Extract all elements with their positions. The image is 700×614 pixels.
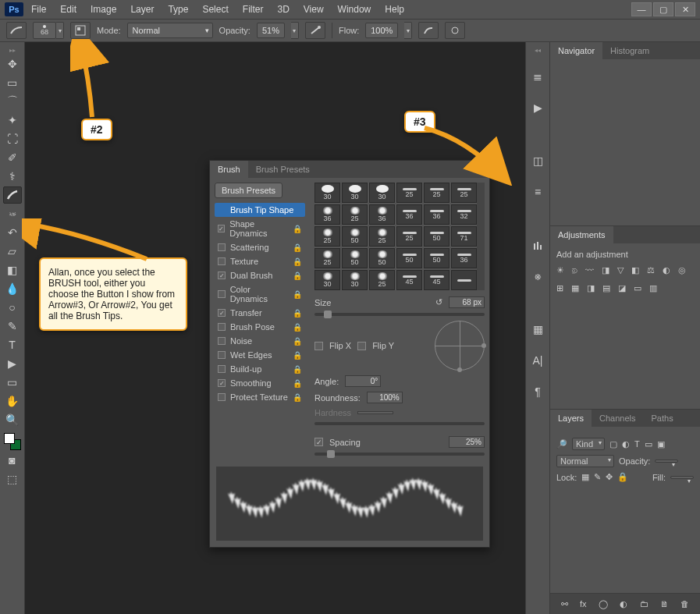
brush-preset-picker[interactable]: 68 [33,22,56,39]
marquee-tool[interactable]: ▭ [3,74,22,91]
mask-icon[interactable]: ◯ [599,599,608,609]
exposure-icon[interactable]: ◨ [602,265,609,275]
tip-scrollbar[interactable] [477,183,485,290]
opacity-dropdown[interactable]: ▾ [291,22,299,39]
brush-tip[interactable]: 36 [314,204,340,225]
balance-icon[interactable]: ⚖ [647,265,655,275]
pen-tool[interactable]: ✎ [3,318,22,335]
check-icon[interactable] [218,323,226,331]
hue-icon[interactable]: ◧ [631,265,639,275]
brush-tip[interactable]: 36 [424,204,449,225]
check-icon[interactable] [218,351,226,359]
menu-help[interactable]: Help [385,4,404,15]
brush-tip[interactable]: 50 [424,248,449,268]
lock-all-icon[interactable]: 🔒 [617,472,628,482]
screen-mode-icon[interactable]: ⬚ [3,470,22,488]
fill-adj-icon[interactable]: ◐ [620,599,627,609]
brush-tip[interactable]: 50 [396,248,422,268]
menu-3d[interactable]: 3D [277,4,289,15]
spacing-input[interactable]: 25% [449,436,485,448]
brush-tip[interactable] [451,270,477,290]
brush-panel-toggle[interactable] [70,22,91,39]
close-button[interactable]: ✕ [675,2,695,16]
size-slider[interactable] [314,313,485,316]
menu-type[interactable]: Type [168,4,188,15]
lock-trans-icon[interactable]: ▦ [581,472,589,482]
brush-tip[interactable]: 71 [451,226,477,247]
brush-option-build-up[interactable]: Build-up🔒 [215,362,305,376]
brush-tip[interactable]: 50 [342,248,368,268]
brush-option-brush-pose[interactable]: Brush Pose🔒 [215,320,305,334]
brush-tip[interactable]: 50 [369,248,395,268]
channels-tab[interactable]: Channels [592,410,643,427]
brush-presets-tab[interactable]: Brush Presets [248,161,318,178]
brush-option-shape-dynamics[interactable]: ✓Shape Dynamics🔒 [215,217,305,240]
brush-tip[interactable]: 25 [314,248,340,268]
photo-filter-icon[interactable]: ◎ [678,265,686,275]
threshold-icon[interactable]: ◪ [618,283,626,293]
check-icon[interactable] [218,243,226,251]
brush-tip[interactable]: 30 [342,183,368,203]
layer-opacity-value[interactable] [655,460,678,463]
eyedropper-tool[interactable]: ✐ [3,149,22,166]
flipx-checkbox[interactable] [314,342,323,350]
collapse-right-icon[interactable]: ◂◂ [535,47,541,54]
posterize-icon[interactable]: ▤ [602,283,610,293]
move-tool[interactable]: ✥ [3,55,22,73]
opacity-value[interactable]: 51% [257,23,285,38]
history-brush-tool[interactable]: ↶ [3,224,22,241]
curves-icon[interactable]: 〰 [585,265,594,275]
panel-menu-icon[interactable]: ▾≡ [471,161,489,178]
brush-tip[interactable]: 32 [451,204,477,225]
brush-tip[interactable]: 25 [314,226,340,247]
roundness-input[interactable]: 100% [367,392,403,403]
history-icon[interactable]: ≣ [528,68,547,85]
size-input[interactable]: 68 px [449,296,485,308]
brush-panel-icon[interactable] [528,236,547,254]
brush-tip[interactable]: 50 [424,226,449,247]
brush-tip[interactable]: 50 [342,226,368,247]
stamp-tool[interactable]: ⎃ [3,205,22,222]
angle-control[interactable] [435,321,485,371]
eraser-tool[interactable]: ▱ [3,243,22,260]
brush-option-smoothing[interactable]: ✓Smoothing🔒 [215,376,305,390]
brush-tip[interactable]: 30 [369,183,395,203]
brush-tip[interactable]: 30 [314,183,340,203]
brush-tip[interactable]: 45 [396,270,422,290]
brush-tip[interactable]: 25 [342,204,368,225]
filter-pixel-icon[interactable]: ▢ [609,439,617,449]
kind-filter[interactable]: Kind [572,438,605,450]
menu-filter[interactable]: Filter [243,4,264,15]
brush-option-texture[interactable]: Texture🔒 [215,254,305,268]
brush-tip[interactable]: 36 [396,204,422,225]
lasso-tool[interactable]: ⌒ [3,93,22,110]
trash-icon[interactable]: 🗑 [680,599,689,609]
menu-file[interactable]: File [31,4,46,15]
path-select-tool[interactable]: ▶ [3,355,22,372]
menu-view[interactable]: View [304,4,324,15]
check-icon[interactable]: ✓ [218,225,225,232]
gradient-tool[interactable]: ◧ [3,261,22,279]
spacing-checkbox[interactable]: ✓ [314,438,323,446]
lookup-icon[interactable]: ▦ [571,283,579,293]
zoom-tool[interactable]: 🔍 [3,411,22,428]
group-icon[interactable]: 🗀 [640,599,648,609]
lock-pos-icon[interactable]: ✥ [606,472,613,482]
brush-tip[interactable]: 25 [369,270,395,290]
brush-tip[interactable]: 25 [396,226,422,247]
paths-tab[interactable]: Paths [644,410,681,427]
levels-icon[interactable]: ⟄ [572,265,577,275]
menu-layer[interactable]: Layer [130,4,154,15]
brush-option-dual-brush[interactable]: ✓Dual Brush🔒 [215,268,305,282]
brush-tip[interactable]: 36 [451,248,477,268]
brush-option-brush-tip-shape[interactable]: Brush Tip Shape [215,203,305,217]
blend-mode-select[interactable]: Normal [556,455,614,467]
brush-tip[interactable]: 25 [369,226,395,247]
flow-dropdown[interactable]: ▾ [404,22,412,39]
map-icon[interactable]: ▭ [634,283,641,293]
fill-value[interactable] [670,476,694,479]
quick-mask-icon[interactable]: ◙ [3,452,22,469]
link-icon[interactable]: ⚯ [561,599,568,609]
brush-tip[interactable]: 45 [424,270,449,290]
bw-icon[interactable]: ◐ [663,265,670,275]
